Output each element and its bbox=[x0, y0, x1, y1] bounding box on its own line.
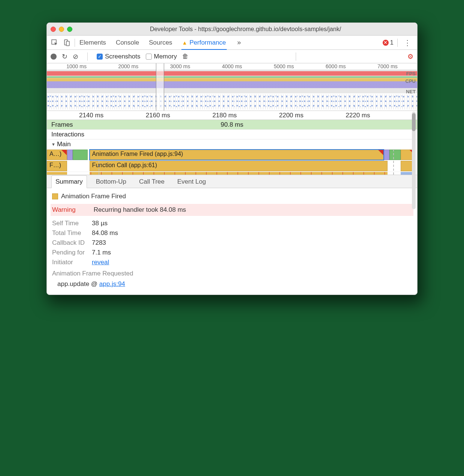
separator bbox=[296, 52, 296, 61]
panel-toolbar: Elements Console Sources ▲ Performance »… bbox=[47, 36, 417, 50]
self-time-value: 38 µs bbox=[92, 220, 108, 227]
main-label: Main bbox=[57, 141, 71, 148]
initiator-label: Initiator bbox=[52, 259, 92, 266]
screenshots-checkbox[interactable]: ✓ Screenshots bbox=[97, 53, 141, 60]
flame-bar-selected[interactable]: Animation Frame Fired (app.js:94) bbox=[90, 150, 384, 160]
warning-text: Recurring handler took 84.08 ms bbox=[94, 206, 186, 213]
stack-function: app.update @ bbox=[57, 280, 99, 287]
overview-selection[interactable] bbox=[156, 63, 164, 111]
interactions-track[interactable]: Interactions bbox=[47, 130, 417, 139]
total-time-label: Total Time bbox=[52, 229, 92, 237]
pending-value: 7.1 ms bbox=[92, 249, 111, 256]
panel-tabs: Elements Console Sources ▲ Performance » bbox=[79, 36, 383, 49]
event-color-swatch bbox=[52, 193, 58, 199]
zoom-window-button[interactable] bbox=[67, 27, 72, 32]
disclosure-triangle-icon[interactable]: ▼ bbox=[51, 142, 55, 147]
net-lane: NET bbox=[47, 88, 417, 93]
callback-id-label: Callback ID bbox=[52, 239, 92, 247]
details-tabs: Summary Bottom-Up Call Tree Event Log bbox=[47, 175, 417, 188]
stack-source-link[interactable]: app.js:94 bbox=[99, 280, 125, 287]
tab-event-log[interactable]: Event Log bbox=[174, 176, 210, 188]
error-count-value: 1 bbox=[390, 39, 394, 46]
ruler-tick: 4000 ms bbox=[222, 63, 242, 69]
stack-trace: app.update @ app.js:94 bbox=[57, 280, 412, 288]
record-button[interactable] bbox=[51, 54, 57, 60]
checkbox-unchecked-icon bbox=[146, 54, 152, 60]
flame-bar[interactable]: A…) bbox=[47, 150, 67, 160]
self-time-label: Self Time bbox=[52, 220, 92, 227]
devtools-window: Developer Tools - https://googlechrome.g… bbox=[46, 22, 418, 295]
flame-bar[interactable] bbox=[67, 150, 73, 160]
minimize-window-button[interactable] bbox=[59, 27, 64, 32]
tab-performance[interactable]: ▲ Performance bbox=[181, 36, 227, 49]
fps-lane: FPS bbox=[47, 70, 417, 78]
close-window-button[interactable] bbox=[51, 27, 56, 32]
main-flame-chart[interactable]: A…) Animation Frame Fired (app.js:94) F…… bbox=[47, 149, 417, 175]
tab-summary[interactable]: Summary bbox=[51, 175, 87, 188]
error-icon: ✕ bbox=[383, 40, 389, 46]
callback-id-value: 7283 bbox=[92, 239, 106, 246]
ruler-tick: 2180 ms bbox=[213, 112, 237, 119]
scrollbar-thumb[interactable] bbox=[412, 113, 416, 131]
window-title: Developer Tools - https://googlechrome.g… bbox=[78, 26, 413, 33]
ruler-tick: 6000 ms bbox=[326, 63, 346, 69]
total-time-value: 84.08 ms bbox=[92, 229, 118, 237]
more-tabs-button[interactable]: » bbox=[235, 39, 243, 46]
flame-bar[interactable] bbox=[389, 150, 401, 160]
ruler-tick: 2160 ms bbox=[146, 112, 170, 119]
tab-bottom-up[interactable]: Bottom-Up bbox=[92, 176, 130, 188]
ruler-tick: 2140 ms bbox=[79, 112, 103, 119]
device-toolbar-icon[interactable] bbox=[63, 39, 71, 47]
frame-duration: 90.8 ms bbox=[221, 121, 243, 129]
fps-label: FPS bbox=[406, 71, 416, 76]
flame-bar-label: Function Call (app.js:61) bbox=[92, 162, 157, 168]
flame-chart-area: 2140 ms 2160 ms 2180 ms 2200 ms 2220 ms … bbox=[47, 111, 417, 175]
traffic-lights bbox=[51, 27, 72, 32]
garbage-collect-button[interactable]: 🗑 bbox=[182, 53, 189, 60]
long-task-icon bbox=[61, 150, 67, 155]
detail-ruler[interactable]: 2140 ms 2160 ms 2180 ms 2200 ms 2220 ms bbox=[47, 111, 417, 120]
flame-bar[interactable] bbox=[73, 150, 88, 160]
cpu-lane: CPU bbox=[47, 78, 417, 88]
overview-ruler: 1000 ms 2000 ms 3000 ms 4000 ms 5000 ms … bbox=[47, 63, 417, 70]
main-track-header[interactable]: ▼ Main bbox=[47, 139, 417, 149]
warning-label: Warning bbox=[52, 206, 92, 214]
initiator-reveal-link[interactable]: reveal bbox=[92, 259, 109, 266]
screenshots-label: Screenshots bbox=[105, 53, 141, 60]
inspect-element-icon[interactable] bbox=[51, 39, 59, 47]
capture-settings-button[interactable]: ⚙ bbox=[407, 52, 413, 61]
performance-toolbar: ↻ ⊘ ✓ Screenshots Memory 🗑 ⚙ bbox=[47, 50, 417, 63]
flame-bar[interactable]: Function Call (app.js:61) bbox=[90, 161, 388, 171]
ruler-tick: 7000 ms bbox=[377, 63, 398, 69]
ruler-tick: 2220 ms bbox=[346, 112, 370, 119]
tab-console[interactable]: Console bbox=[115, 36, 140, 49]
separator bbox=[75, 39, 75, 47]
memory-label: Memory bbox=[154, 53, 177, 60]
clear-button[interactable]: ⊘ bbox=[73, 52, 78, 61]
frames-track[interactable]: Frames 90.8 ms bbox=[47, 120, 417, 130]
tab-call-tree[interactable]: Call Tree bbox=[135, 176, 168, 188]
ruler-tick: 1000 ms bbox=[66, 63, 87, 69]
tab-elements[interactable]: Elements bbox=[79, 36, 107, 49]
tab-performance-label: Performance bbox=[189, 39, 226, 46]
error-count[interactable]: ✕ 1 bbox=[383, 39, 394, 46]
tab-sources[interactable]: Sources bbox=[148, 36, 173, 49]
vertical-scrollbar[interactable] bbox=[412, 112, 416, 209]
checkbox-checked-icon: ✓ bbox=[97, 54, 103, 60]
ruler-tick: 3000 ms bbox=[170, 63, 190, 69]
settings-menu-button[interactable]: ⋮ bbox=[401, 38, 413, 47]
ruler-tick: 2000 ms bbox=[118, 63, 139, 69]
flame-bar[interactable] bbox=[384, 150, 389, 160]
long-task-icon bbox=[378, 150, 383, 155]
ruler-tick: 2200 ms bbox=[279, 112, 303, 119]
separator bbox=[397, 39, 398, 47]
interactions-label: Interactions bbox=[51, 131, 84, 138]
reload-record-button[interactable]: ↻ bbox=[62, 52, 67, 61]
memory-checkbox[interactable]: Memory bbox=[146, 53, 177, 60]
titlebar: Developer Tools - https://googlechrome.g… bbox=[47, 23, 417, 36]
cpu-label: CPU bbox=[406, 78, 416, 84]
svg-rect-2 bbox=[66, 41, 69, 46]
overview-timeline[interactable]: 1000 ms 2000 ms 3000 ms 4000 ms 5000 ms … bbox=[47, 63, 417, 111]
summary-pane: Animation Frame Fired Warning Recurring … bbox=[47, 188, 417, 295]
flame-bar[interactable]: F…) bbox=[47, 161, 67, 171]
